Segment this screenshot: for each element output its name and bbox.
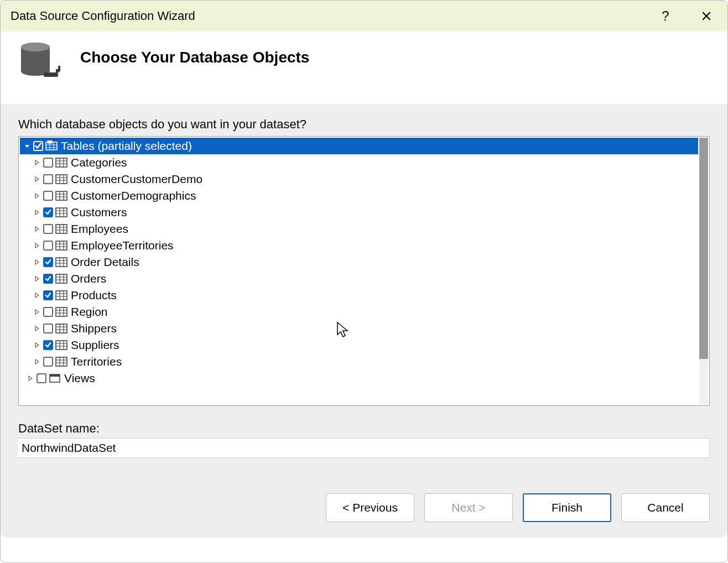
expand-icon[interactable] bbox=[27, 374, 34, 382]
table-icon bbox=[55, 306, 67, 317]
tree-node-table[interactable]: Region bbox=[20, 304, 698, 320]
previous-button[interactable]: < Previous bbox=[326, 493, 414, 522]
svg-rect-16 bbox=[56, 291, 67, 300]
checkbox[interactable] bbox=[43, 290, 53, 300]
finish-button[interactable]: Finish bbox=[523, 493, 611, 522]
table-icon bbox=[55, 240, 67, 251]
cancel-button[interactable]: Cancel bbox=[621, 493, 710, 522]
help-button[interactable]: ? bbox=[654, 5, 677, 27]
objects-tree[interactable]: Tables (partially selected)CategoriesCus… bbox=[18, 136, 710, 406]
expand-icon[interactable] bbox=[33, 275, 41, 283]
expand-icon[interactable] bbox=[33, 258, 41, 266]
svg-rect-12 bbox=[56, 225, 67, 233]
tree-node-table[interactable]: Territories bbox=[20, 353, 698, 370]
checkbox[interactable] bbox=[43, 307, 53, 317]
svg-rect-15 bbox=[56, 274, 67, 283]
checkbox[interactable] bbox=[43, 191, 53, 201]
expand-icon[interactable] bbox=[33, 225, 41, 233]
expand-icon[interactable] bbox=[33, 325, 41, 332]
tree-node-table[interactable]: CustomerDemographics bbox=[20, 187, 698, 204]
checkbox[interactable] bbox=[43, 340, 53, 350]
expand-icon[interactable] bbox=[33, 192, 41, 200]
titlebar: Data Source Configuration Wizard ? bbox=[1, 1, 727, 32]
tree-item-label: Employees bbox=[71, 222, 128, 236]
expand-icon[interactable] bbox=[33, 308, 41, 316]
tree-item-label: Views bbox=[64, 372, 95, 385]
tree-node-table[interactable]: Employees bbox=[20, 221, 698, 237]
checkbox[interactable] bbox=[43, 257, 53, 267]
tree-node-table[interactable]: EmployeeTerritories bbox=[20, 237, 698, 254]
svg-rect-22 bbox=[50, 374, 60, 377]
tree-item-label: Shippers bbox=[71, 322, 117, 335]
svg-rect-9 bbox=[56, 175, 67, 184]
database-icon bbox=[17, 41, 64, 86]
tree-node-tables[interactable]: Tables (partially selected) bbox=[20, 138, 698, 154]
table-icon bbox=[55, 340, 67, 351]
expand-icon[interactable] bbox=[33, 291, 41, 299]
scrollbar-thumb[interactable] bbox=[699, 138, 708, 359]
collapse-icon[interactable] bbox=[23, 142, 31, 150]
tree-node-table[interactable]: Categories bbox=[20, 154, 698, 171]
views-group-icon bbox=[49, 373, 61, 384]
page-heading: Choose Your Database Objects bbox=[80, 49, 309, 66]
checkbox[interactable] bbox=[43, 207, 53, 217]
table-icon bbox=[55, 190, 67, 201]
svg-rect-4 bbox=[44, 72, 58, 77]
expand-icon[interactable] bbox=[33, 175, 41, 183]
tree-scrollbar[interactable] bbox=[699, 138, 708, 404]
dataset-name-label: DataSet name: bbox=[18, 421, 710, 436]
wizard-window: Data Source Configuration Wizard ? Choos… bbox=[0, 0, 728, 563]
checkbox[interactable] bbox=[43, 241, 53, 251]
tree-node-views[interactable]: Views bbox=[20, 370, 698, 387]
tree-node-table[interactable]: Products bbox=[20, 287, 698, 304]
svg-rect-18 bbox=[56, 324, 67, 333]
prompt-text: Which database objects do you want in yo… bbox=[18, 117, 710, 132]
expand-icon[interactable] bbox=[33, 341, 41, 349]
svg-rect-7 bbox=[48, 140, 52, 143]
close-button[interactable] bbox=[695, 5, 717, 27]
table-icon bbox=[55, 356, 67, 367]
wizard-body: Which database objects do you want in yo… bbox=[1, 105, 727, 458]
tree-item-label: CustomerCustomerDemo bbox=[71, 173, 202, 186]
tree-node-table[interactable]: CustomerCustomerDemo bbox=[20, 171, 698, 187]
expand-icon[interactable] bbox=[33, 242, 41, 249]
wizard-header: Choose Your Database Objects bbox=[1, 32, 727, 105]
expand-icon[interactable] bbox=[33, 159, 41, 166]
dataset-name-input[interactable] bbox=[18, 438, 710, 458]
svg-point-3 bbox=[21, 43, 50, 51]
close-icon bbox=[701, 11, 711, 21]
tree-node-table[interactable]: Orders bbox=[20, 270, 698, 287]
tree-item-label: Order Details bbox=[71, 256, 139, 269]
svg-rect-19 bbox=[56, 341, 67, 350]
tree-node-table[interactable]: Shippers bbox=[20, 320, 698, 337]
table-icon bbox=[55, 273, 67, 284]
tree-node-table[interactable]: Customers bbox=[20, 204, 698, 221]
wizard-footer: < Previous Next > Finish Cancel bbox=[1, 486, 727, 538]
table-icon bbox=[55, 290, 67, 301]
checkbox[interactable] bbox=[43, 324, 53, 333]
tree-node-table[interactable]: Suppliers bbox=[20, 337, 698, 353]
table-icon bbox=[55, 207, 67, 218]
checkbox[interactable] bbox=[33, 141, 43, 151]
spacer bbox=[1, 458, 727, 486]
table-icon bbox=[55, 257, 67, 268]
checkbox[interactable] bbox=[43, 274, 53, 284]
svg-rect-14 bbox=[56, 258, 67, 267]
checkbox[interactable] bbox=[37, 373, 46, 383]
tree-item-label: Tables (partially selected) bbox=[61, 139, 192, 153]
checkbox[interactable] bbox=[43, 158, 53, 168]
checkbox[interactable] bbox=[43, 357, 53, 367]
tree-node-table[interactable]: Order Details bbox=[20, 254, 698, 270]
checkbox[interactable] bbox=[43, 224, 53, 234]
checkbox[interactable] bbox=[43, 174, 53, 184]
table-icon bbox=[55, 223, 67, 234]
tree-item-label: Suppliers bbox=[71, 338, 119, 352]
expand-icon[interactable] bbox=[33, 208, 41, 216]
svg-rect-13 bbox=[56, 241, 67, 250]
tree-item-label: Categories bbox=[71, 156, 127, 169]
svg-rect-8 bbox=[56, 158, 67, 167]
expand-icon[interactable] bbox=[33, 358, 41, 366]
tree-item-label: Region bbox=[71, 305, 108, 319]
tree-item-label: Customers bbox=[71, 206, 127, 219]
tree-item-label: EmployeeTerritories bbox=[71, 239, 174, 252]
